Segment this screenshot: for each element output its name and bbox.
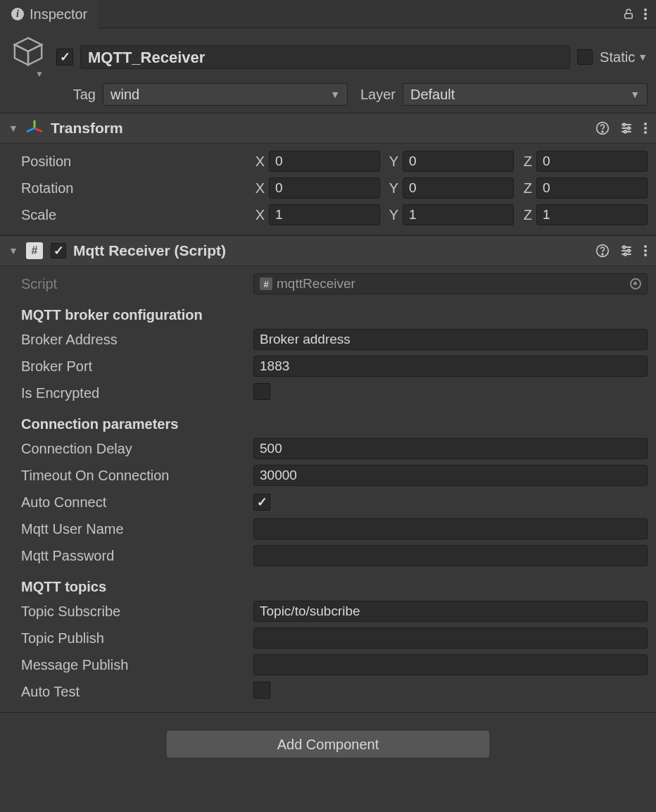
help-icon[interactable] xyxy=(595,244,610,258)
connection-delay-input[interactable]: 500 xyxy=(253,438,648,459)
prefab-icon-area: ▼ xyxy=(8,35,48,79)
object-picker-icon[interactable] xyxy=(630,278,641,289)
svg-point-17 xyxy=(624,130,626,132)
rotation-z-input[interactable]: 0 xyxy=(536,177,648,199)
rotation-x-input[interactable]: 0 xyxy=(269,177,380,199)
chevron-down-icon: ▼ xyxy=(630,89,640,100)
mqtt-receiver-header[interactable]: ▼ # Mqtt Receiver (Script) xyxy=(0,235,656,266)
topic-publish-input[interactable] xyxy=(253,627,648,649)
group-topics-title: MQTT topics xyxy=(8,569,648,598)
axis-y-label[interactable]: Y xyxy=(387,180,398,196)
axis-z-label[interactable]: Z xyxy=(521,180,532,196)
component-enabled-checkbox[interactable] xyxy=(51,243,66,258)
script-row: Script # mqttReceiver xyxy=(8,270,648,297)
auto-connect-checkbox[interactable] xyxy=(253,494,270,511)
svg-line-9 xyxy=(27,128,34,132)
broker-port-label: Broker Port xyxy=(8,358,248,375)
prefab-overrides-dropdown-icon[interactable]: ▼ xyxy=(35,69,44,79)
message-publish-input[interactable] xyxy=(253,654,648,675)
static-dropdown-icon[interactable]: ▼ xyxy=(638,51,648,63)
auto-test-label: Auto Test xyxy=(8,684,248,700)
svg-line-8 xyxy=(34,128,42,132)
topic-publish-label: Topic Publish xyxy=(8,630,248,647)
svg-point-2 xyxy=(644,13,647,15)
scale-x-input[interactable]: 1 xyxy=(269,204,380,225)
broker-address-label: Broker Address xyxy=(8,332,248,348)
axis-x-label[interactable]: X xyxy=(253,154,265,170)
topic-subscribe-input[interactable]: Topic/to/subcribe xyxy=(253,601,648,622)
script-name: mqttReceiver xyxy=(277,276,355,292)
svg-point-30 xyxy=(644,249,647,252)
svg-point-28 xyxy=(624,253,626,255)
broker-port-input[interactable]: 1883 xyxy=(253,356,648,377)
svg-point-11 xyxy=(602,131,603,132)
gameobject-cube-icon[interactable] xyxy=(12,35,44,68)
mqtt-password-input[interactable] xyxy=(253,545,648,566)
static-label: Static ▼ xyxy=(600,49,648,65)
svg-point-26 xyxy=(623,246,625,248)
lock-icon[interactable] xyxy=(622,8,635,20)
divider xyxy=(0,712,656,719)
svg-point-1 xyxy=(644,8,647,11)
auto-connect-label: Auto Connect xyxy=(8,494,248,511)
add-component-button[interactable]: Add Component xyxy=(166,730,490,758)
position-row: Position X0 Y0 Z0 xyxy=(8,148,648,175)
svg-marker-6 xyxy=(28,44,42,65)
position-x-input[interactable]: 0 xyxy=(269,151,380,172)
axis-y-label[interactable]: Y xyxy=(387,207,398,223)
svg-point-18 xyxy=(644,123,647,125)
svg-point-31 xyxy=(644,254,647,256)
menu-dots-icon[interactable] xyxy=(643,8,648,20)
gameobject-enabled-checkbox[interactable] xyxy=(56,49,73,65)
preset-icon[interactable] xyxy=(619,244,633,258)
rotation-row: Rotation X0 Y0 Z0 xyxy=(8,175,648,201)
gameobject-header: ▼ MQTT_Receiver Static ▼ xyxy=(0,28,656,83)
menu-dots-icon[interactable] xyxy=(643,244,648,257)
csharp-script-icon: # xyxy=(260,277,272,290)
help-icon[interactable] xyxy=(595,121,610,135)
axis-z-label[interactable]: Z xyxy=(521,154,532,170)
transform-header[interactable]: ▼ Transform xyxy=(0,113,656,144)
static-checkbox[interactable] xyxy=(577,49,593,65)
inspector-tab[interactable]: i Inspector xyxy=(0,0,99,28)
mqtt-username-label: Mqtt User Name xyxy=(8,521,248,537)
position-y-input[interactable]: 0 xyxy=(403,151,514,172)
tab-bar-right xyxy=(99,0,656,28)
auto-test-checkbox[interactable] xyxy=(253,682,270,699)
is-encrypted-checkbox[interactable] xyxy=(253,383,270,400)
tag-layer-row: Tag wind ▼ Layer Default ▼ xyxy=(0,83,656,113)
script-object-field[interactable]: # mqttReceiver xyxy=(253,273,648,294)
preset-icon[interactable] xyxy=(619,121,633,135)
foldout-icon[interactable]: ▼ xyxy=(8,123,18,134)
svg-point-20 xyxy=(644,131,647,134)
foldout-icon[interactable]: ▼ xyxy=(8,245,18,256)
svg-point-15 xyxy=(623,123,625,125)
menu-dots-icon[interactable] xyxy=(643,122,648,135)
broker-address-input[interactable]: Broker address xyxy=(253,329,648,350)
gameobject-name-input[interactable]: MQTT_Receiver xyxy=(80,45,570,69)
mqtt-username-input[interactable] xyxy=(253,518,648,539)
rotation-label: Rotation xyxy=(8,180,248,196)
transform-icon xyxy=(25,119,44,137)
axis-x-label[interactable]: X xyxy=(253,207,265,223)
axis-x-label[interactable]: X xyxy=(253,180,265,196)
svg-point-16 xyxy=(628,127,630,129)
axis-y-label[interactable]: Y xyxy=(387,154,398,170)
scale-z-input[interactable]: 1 xyxy=(536,204,648,225)
tag-label: Tag xyxy=(63,87,96,103)
timeout-input[interactable]: 30000 xyxy=(253,465,648,486)
position-z-input[interactable]: 0 xyxy=(536,151,648,172)
layer-select[interactable]: Default ▼ xyxy=(403,83,648,106)
rotation-y-input[interactable]: 0 xyxy=(403,177,514,199)
svg-point-29 xyxy=(644,245,647,248)
svg-rect-0 xyxy=(625,13,633,18)
info-icon: i xyxy=(11,8,24,20)
tag-select[interactable]: wind ▼ xyxy=(103,83,348,106)
scale-y-input[interactable]: 1 xyxy=(403,204,514,225)
svg-point-27 xyxy=(628,249,630,251)
svg-point-3 xyxy=(644,17,647,20)
chevron-down-icon: ▼ xyxy=(330,89,340,100)
timeout-label: Timeout On Connection xyxy=(8,468,248,484)
axis-z-label[interactable]: Z xyxy=(521,207,532,223)
component-title: Transform xyxy=(51,120,588,137)
